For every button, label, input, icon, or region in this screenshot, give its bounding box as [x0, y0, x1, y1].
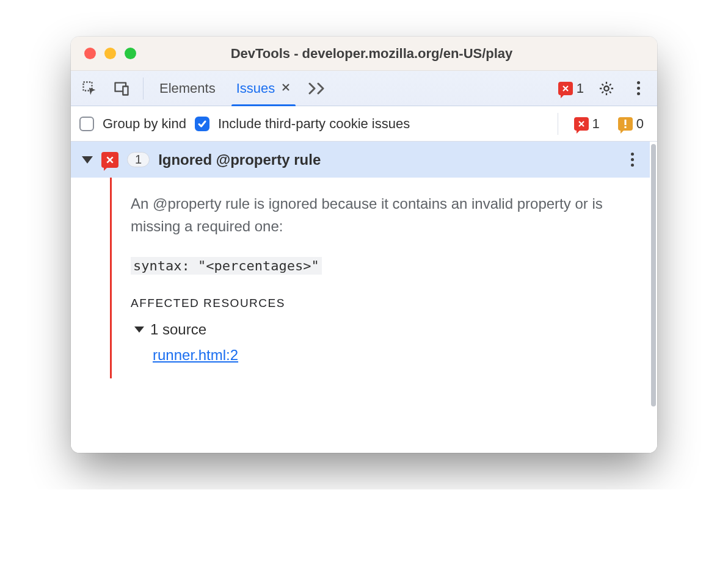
more-tabs-icon[interactable] [303, 74, 333, 103]
issue-code-snippet: syntax: "<percentages>" [131, 257, 322, 275]
filterbar-divider [558, 113, 558, 135]
window-minimize-button[interactable] [104, 48, 116, 59]
issue-title: Ignored @property rule [158, 151, 617, 168]
svg-rect-5 [624, 126, 626, 128]
issues-content: 1 Ignored @property rule An @property ru… [71, 142, 657, 453]
svg-point-3 [604, 86, 608, 90]
tab-elements-label: Elements [159, 81, 216, 96]
window-zoom-button[interactable] [125, 48, 136, 59]
window-close-button[interactable] [84, 48, 96, 59]
filterbar-error-count: 1 [592, 116, 600, 132]
issue-header[interactable]: 1 Ignored @property rule [71, 142, 650, 178]
filterbar-error-indicator[interactable]: 1 [569, 116, 605, 132]
issue-severity-rule [110, 178, 112, 378]
devtools-toolbar: Elements Issues 1 [71, 71, 657, 106]
tab-issues-close-icon[interactable] [281, 81, 291, 95]
toolbar-divider [143, 78, 144, 99]
window-titlebar: DevTools - developer.mozilla.org/en-US/p… [71, 37, 657, 71]
error-speech-icon [558, 82, 573, 95]
vertical-scrollbar[interactable] [650, 142, 657, 453]
more-options-icon[interactable] [624, 74, 652, 103]
source-count-label: 1 source [150, 321, 206, 338]
svg-rect-2 [123, 86, 128, 95]
third-party-checkbox[interactable] [195, 117, 209, 131]
filterbar-warn-count: 0 [636, 116, 644, 132]
source-link[interactable]: runner.html:2 [153, 347, 238, 364]
issue-count-pill: 1 [127, 152, 150, 167]
group-by-kind-checkbox[interactable] [79, 117, 94, 131]
toolbar-error-indicator[interactable]: 1 [553, 81, 589, 96]
inspect-element-icon[interactable] [76, 74, 104, 103]
window-title: DevTools - developer.mozilla.org/en-US/p… [136, 46, 607, 62]
svg-rect-4 [624, 120, 626, 125]
third-party-label: Include third-party cookie issues [218, 116, 410, 132]
affected-sources-toggle[interactable]: 1 source [134, 321, 629, 338]
issues-filter-bar: Group by kind Include third-party cookie… [71, 106, 657, 142]
error-speech-icon [574, 117, 589, 131]
issues-main: 1 Ignored @property rule An @property ru… [71, 142, 650, 453]
gear-icon[interactable] [592, 74, 621, 103]
toolbar-error-count: 1 [577, 81, 584, 96]
devtools-window: DevTools - developer.mozilla.org/en-US/p… [71, 37, 657, 453]
tab-elements[interactable]: Elements [151, 71, 224, 106]
chevron-down-icon [134, 327, 144, 333]
scrollbar-thumb[interactable] [651, 144, 656, 406]
device-toolbar-icon[interactable] [107, 74, 136, 103]
issue-expand-icon[interactable] [82, 156, 93, 164]
tab-issues[interactable]: Issues [228, 71, 300, 106]
error-speech-icon [101, 152, 118, 168]
traffic-lights [84, 48, 136, 59]
affected-resources-heading: Affected Resources [131, 297, 629, 310]
filterbar-warn-indicator[interactable]: 0 [613, 116, 649, 132]
warning-speech-icon [618, 117, 633, 131]
issue-body: An @property rule is ignored because it … [71, 178, 650, 378]
tab-issues-label: Issues [236, 81, 275, 96]
issue-description: An @property rule is ignored because it … [131, 192, 629, 237]
group-by-kind-label: Group by kind [103, 116, 186, 132]
issue-more-icon[interactable] [626, 148, 639, 171]
